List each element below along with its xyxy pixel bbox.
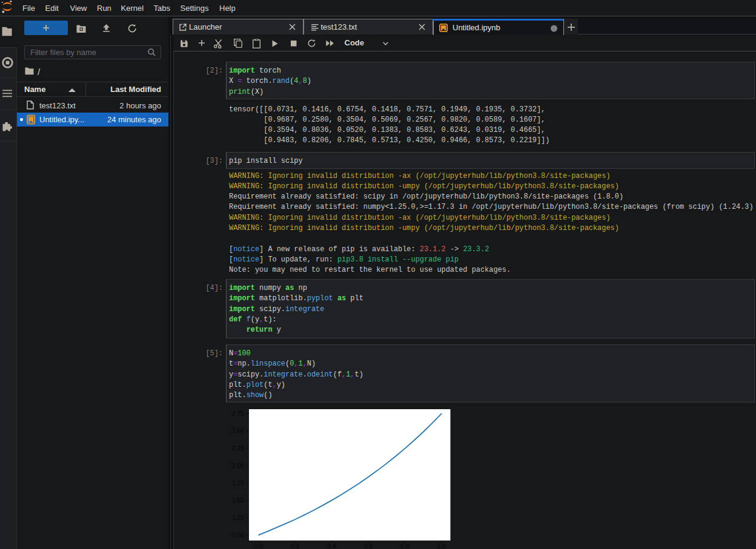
svg-text:0.8: 0.8 (401, 543, 409, 549)
svg-text:1.25: 1.25 (232, 514, 244, 521)
svg-text:0.0: 0.0 (254, 543, 263, 549)
svg-text:2.00: 2.00 (232, 462, 244, 469)
svg-text:0.4: 0.4 (328, 543, 336, 549)
svg-text:0.2: 0.2 (291, 543, 299, 549)
svg-text:1.0: 1.0 (437, 543, 446, 549)
svg-text:2.75: 2.75 (232, 410, 244, 417)
svg-text:1.75: 1.75 (232, 480, 244, 487)
svg-text:1.00: 1.00 (232, 532, 244, 539)
svg-text:0.6: 0.6 (364, 543, 373, 549)
svg-text:2.50: 2.50 (232, 427, 244, 434)
svg-text:2.25: 2.25 (232, 445, 244, 452)
svg-text:1.50: 1.50 (232, 497, 244, 504)
